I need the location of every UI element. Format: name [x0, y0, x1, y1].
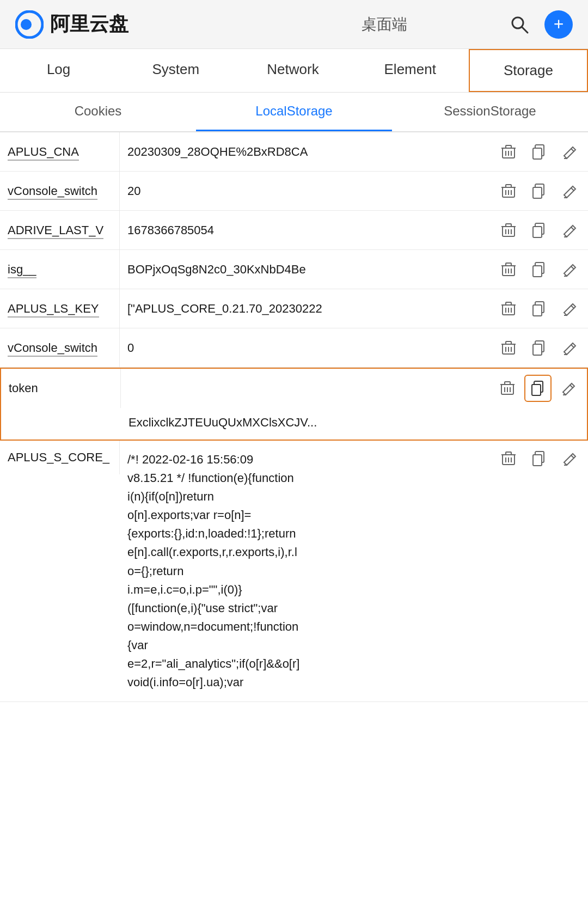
svg-rect-29 — [533, 227, 542, 237]
edit-icon[interactable] — [556, 178, 583, 205]
svg-rect-65 — [532, 385, 541, 395]
header-actions: + — [507, 10, 573, 39]
delete-icon[interactable] — [495, 445, 522, 472]
row-value: 0 — [120, 328, 490, 367]
delete-icon[interactable] — [495, 217, 522, 244]
token-value-top — [121, 369, 489, 408]
row-value: BOPjxOqSg8N2c0_30KxNbD4Be — [120, 250, 490, 289]
copy-icon-highlighted[interactable] — [524, 375, 552, 402]
aplus-score-actions — [490, 441, 588, 472]
table-row: APLUS_LS_KEY ["APLUS_CORE_0.21.70_202302… — [0, 289, 588, 328]
row-key: vConsole_switch — [0, 172, 120, 210]
tab-system[interactable]: System — [117, 49, 234, 92]
storage-table: APLUS_CNA 20230309_28OQHE%2BxRD8CA vCons… — [0, 132, 588, 702]
row-key: APLUS_CNA — [0, 132, 120, 171]
subtab-sessionstorage[interactable]: SessionStorage — [392, 93, 588, 131]
row-actions — [490, 250, 588, 289]
copy-icon[interactable] — [525, 445, 553, 472]
search-icon — [510, 15, 529, 34]
table-row: vConsole_switch 0 — [0, 328, 588, 368]
svg-rect-51 — [506, 341, 511, 344]
edit-icon[interactable] — [556, 138, 583, 166]
main-tab-bar: Log System Network Element Storage — [0, 49, 588, 93]
svg-rect-47 — [533, 305, 542, 316]
tab-storage[interactable]: Storage — [469, 49, 588, 92]
row-key: ADRIVE_LAST_V — [0, 211, 120, 249]
svg-rect-11 — [533, 148, 542, 159]
table-row: isg__ BOPjxOqSg8N2c0_30KxNbD4Be — [0, 250, 588, 289]
svg-rect-60 — [505, 382, 510, 385]
search-button[interactable] — [507, 13, 531, 36]
add-button[interactable]: + — [544, 10, 573, 39]
row-value: 20230309_28OQHE%2BxRD8CA — [120, 132, 490, 171]
svg-rect-33 — [506, 263, 511, 266]
row-actions — [490, 328, 588, 367]
table-row-aplus-score: APLUS_S_CORE_ /*! 2022-02-16 15:56:09 v8… — [0, 441, 588, 702]
app-header: 阿里云盘 桌面端 + — [0, 0, 588, 49]
table-row: APLUS_CNA 20230309_28OQHE%2BxRD8CA — [0, 132, 588, 172]
token-actions — [489, 369, 587, 408]
table-row: ADRIVE_LAST_V 1678366785054 — [0, 211, 588, 250]
tab-network[interactable]: Network — [234, 49, 351, 92]
row-key: isg__ — [0, 250, 120, 289]
edit-icon[interactable] — [556, 334, 583, 362]
tab-log[interactable]: Log — [0, 49, 117, 92]
subtab-cookies[interactable]: Cookies — [0, 93, 196, 131]
token-row-top: token — [1, 369, 587, 408]
copy-icon[interactable] — [525, 256, 553, 283]
edit-icon[interactable] — [556, 256, 583, 283]
svg-point-1 — [21, 19, 32, 30]
svg-rect-38 — [533, 266, 542, 277]
page-title: 桌面端 — [261, 14, 507, 35]
edit-icon[interactable] — [556, 295, 583, 322]
svg-rect-15 — [506, 185, 511, 187]
aplus-score-value: /*! 2022-02-16 15:56:09 v8.15.21 */ !fun… — [120, 441, 490, 701]
row-actions — [490, 132, 588, 171]
table-row: vConsole_switch 20 — [0, 172, 588, 211]
delete-icon[interactable] — [495, 256, 522, 283]
token-table-row: token ExclixclkZJTEUuQUxMXClsXCJV... — [0, 368, 588, 441]
svg-rect-6 — [506, 145, 511, 148]
svg-rect-74 — [533, 455, 542, 466]
app-name: 阿里云盘 — [50, 11, 128, 38]
edit-icon[interactable] — [556, 217, 583, 244]
edit-icon[interactable] — [555, 375, 582, 402]
copy-icon[interactable] — [525, 334, 553, 362]
edit-icon[interactable] — [556, 445, 583, 472]
svg-line-3 — [522, 27, 528, 33]
row-actions — [490, 172, 588, 210]
row-actions — [490, 211, 588, 249]
tab-element[interactable]: Element — [352, 49, 469, 92]
delete-icon[interactable] — [494, 375, 521, 402]
svg-rect-56 — [533, 344, 542, 355]
copy-icon[interactable] — [525, 217, 553, 244]
aplus-score-key: APLUS_S_CORE_ — [0, 441, 120, 474]
copy-icon[interactable] — [525, 295, 553, 322]
sub-tab-bar: Cookies LocalStorage SessionStorage — [0, 93, 588, 132]
row-key: vConsole_switch — [0, 328, 120, 367]
logo-icon — [15, 10, 44, 39]
delete-icon[interactable] — [495, 138, 522, 166]
row-value: 20 — [120, 172, 490, 210]
delete-icon[interactable] — [495, 295, 522, 322]
row-key: APLUS_LS_KEY — [0, 289, 120, 328]
delete-icon[interactable] — [495, 334, 522, 362]
svg-rect-24 — [506, 224, 511, 227]
subtab-localstorage[interactable]: LocalStorage — [196, 93, 392, 131]
token-key: token — [1, 369, 121, 408]
row-actions — [490, 289, 588, 328]
svg-rect-42 — [506, 302, 511, 305]
logo-area: 阿里云盘 — [15, 10, 261, 39]
copy-icon[interactable] — [525, 178, 553, 205]
token-value-full: ExclixclkZJTEUuQUxMXClsXCJV... — [1, 408, 587, 440]
svg-rect-69 — [506, 452, 511, 455]
svg-rect-20 — [533, 187, 542, 198]
row-value: ["APLUS_CORE_0.21.70_20230222 — [120, 289, 490, 328]
delete-icon[interactable] — [495, 178, 522, 205]
row-value: 1678366785054 — [120, 211, 490, 249]
copy-icon[interactable] — [525, 138, 553, 166]
